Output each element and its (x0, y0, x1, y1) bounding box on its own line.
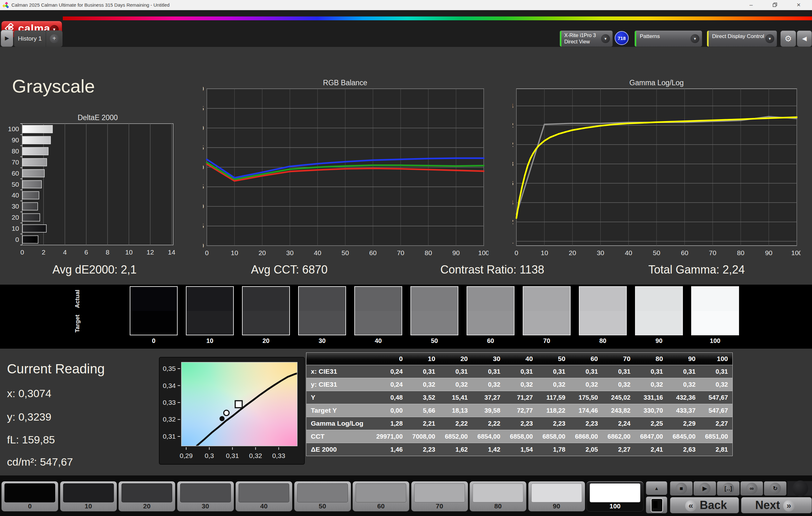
table-cell: 2,81 (700, 443, 733, 456)
table-cell: 2,27 (700, 417, 733, 430)
avg-cct-stat: Avg CCT: 6870 (251, 263, 327, 276)
row-label: y: CIE31 (307, 378, 375, 391)
play-button[interactable]: ▶ (693, 481, 716, 496)
reading-fl: fL: 159,85 (7, 433, 55, 446)
table-cell: 245,02 (602, 391, 635, 404)
pattern-button-label: 20 (119, 503, 175, 510)
table-cell: 0,32 (700, 378, 733, 391)
collapse-panel-button[interactable]: ◀ (797, 30, 812, 47)
tab-scroll-button[interactable]: ▶ (1, 30, 13, 47)
restore-button[interactable] (767, 0, 782, 10)
swatch-level-label: 20 (242, 337, 290, 344)
pattern-button-80[interactable]: 80 (469, 481, 526, 512)
step-pattern-icon: [‥] (723, 483, 734, 494)
table-cell: 0,32 (635, 378, 668, 391)
grayscale-swatch-0 (130, 286, 178, 335)
table-cell: 175,50 (570, 391, 602, 404)
contrast-ratio-stat: Contrast Ratio: 1138 (440, 263, 544, 276)
table-cell: 2,27 (602, 443, 635, 456)
back-button[interactable]: «Back (670, 497, 739, 513)
tab-history[interactable]: History 1 (14, 30, 46, 47)
pattern-window-button[interactable] (646, 496, 667, 513)
table-cell: 0,24 (375, 378, 407, 391)
close-button[interactable]: × (791, 0, 806, 10)
stop-icon: ■ (676, 483, 687, 494)
table-cell: 0,32 (472, 378, 505, 391)
svg-text:10: 10 (231, 249, 238, 256)
actual-swatch (355, 287, 402, 311)
minimize-button[interactable]: – (744, 0, 758, 10)
step-pattern-button[interactable]: [‥] (717, 481, 740, 496)
table-cell: 2,23 (570, 417, 602, 430)
svg-text:14: 14 (168, 248, 175, 256)
pattern-button-40[interactable]: 40 (235, 481, 292, 512)
svg-text:95: 95 (203, 183, 204, 190)
svg-text:0: 0 (15, 236, 19, 243)
svg-text:90: 90 (452, 249, 460, 256)
table-row: x: CIE310,240,310,310,310,310,310,310,31… (307, 365, 733, 378)
svg-text:10: 10 (125, 248, 133, 256)
pattern-button-20[interactable]: 20 (118, 481, 175, 512)
add-tab-button[interactable]: + (46, 30, 62, 47)
meter-mode: Direct View (564, 39, 596, 45)
grayscale-swatch-20 (242, 286, 290, 335)
stop-button[interactable]: ■ (670, 481, 693, 496)
pattern-button-70[interactable]: 70 (411, 481, 468, 512)
target-swatch (411, 311, 458, 335)
svg-text:12: 12 (147, 248, 154, 256)
pattern-swatch (531, 483, 582, 503)
swatch-level-label: 40 (354, 337, 402, 344)
pattern-button-90[interactable]: 90 (528, 481, 585, 512)
svg-text:0,3: 0,3 (205, 452, 214, 459)
next-button[interactable]: Next» (741, 497, 812, 513)
pattern-button-60[interactable]: 60 (352, 481, 409, 512)
actual-swatch (467, 287, 514, 311)
meter-dropdown[interactable]: X-Rite i1Pro 3 Direct View ▼ (559, 30, 613, 47)
svg-text:40: 40 (314, 249, 321, 256)
loop-button[interactable]: ∞ (740, 481, 763, 496)
actual-swatch (243, 287, 289, 311)
table-cell: 71,27 (505, 391, 537, 404)
svg-text:50: 50 (12, 181, 19, 188)
svg-text:105: 105 (203, 144, 204, 151)
table-row: Target Y0,005,6618,1339,5872,77118,22174… (307, 404, 733, 417)
table-cell: 3,52 (407, 391, 440, 404)
display-control-label: Direct Display Control (712, 33, 764, 40)
svg-text:30: 30 (597, 249, 604, 256)
table-cell: 0,48 (375, 391, 407, 404)
grayscale-swatch-30 (298, 286, 346, 335)
pattern-button-30[interactable]: 30 (177, 481, 234, 512)
current-reading-title: Current Reading (7, 361, 105, 376)
pattern-button-0[interactable]: 0 (1, 481, 58, 512)
settings-button[interactable]: ⚙ (780, 30, 796, 47)
svg-text:0,35: 0,35 (163, 365, 176, 372)
pattern-button-50[interactable]: 50 (294, 481, 351, 512)
table-row: y: CIE310,240,320,320,320,320,320,320,32… (307, 378, 733, 391)
table-cell: 15,41 (440, 391, 472, 404)
table-cell: 2,21 (407, 417, 440, 430)
svg-text:80: 80 (425, 249, 432, 256)
strip-row-label: Actual (74, 286, 81, 311)
pattern-button-10[interactable]: 10 (60, 481, 117, 512)
table-cell: 1,28 (375, 417, 407, 430)
expand-up-button[interactable]: ▲ (646, 481, 667, 495)
display-control-dropdown[interactable]: Direct Display Control ▼ (707, 30, 777, 47)
svg-text:80: 80 (203, 242, 204, 249)
svg-text:20: 20 (12, 214, 19, 221)
plus-icon: + (50, 34, 59, 43)
patterns-dropdown[interactable]: Patterns ▼ (634, 30, 702, 47)
column-header: 0 (375, 353, 407, 365)
table-cell: 547,67 (700, 391, 733, 404)
svg-text:2,2: 2,2 (513, 121, 514, 129)
refresh-button[interactable]: ↻ (764, 481, 787, 496)
svg-text:120: 120 (203, 85, 204, 92)
svg-text:30: 30 (286, 249, 293, 256)
grayscale-swatch-90 (635, 286, 683, 335)
table-cell: 6858,00 (537, 430, 570, 443)
target-swatch (355, 311, 402, 335)
pattern-button-100[interactable]: 100 (586, 481, 644, 512)
column-header: 60 (570, 353, 602, 365)
meter-badge[interactable]: 718 (615, 31, 629, 45)
svg-text:100: 100 (8, 125, 19, 132)
row-label: ΔE 2000 (307, 443, 375, 456)
